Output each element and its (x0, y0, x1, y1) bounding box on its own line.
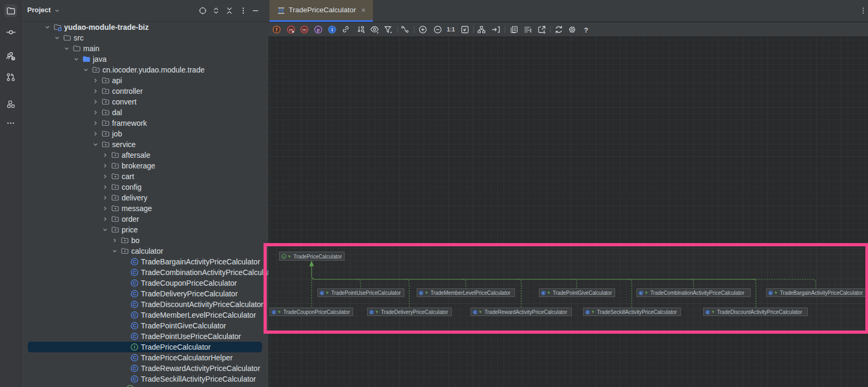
svg-text:C: C (133, 312, 137, 318)
svg-text:C: C (133, 280, 137, 286)
svg-text:?: ? (584, 26, 588, 34)
svg-text:C: C (133, 376, 137, 382)
svg-text:C: C (133, 270, 137, 275)
svg-text:C: C (133, 323, 137, 328)
svg-text:p: p (316, 27, 320, 32)
svg-text:I: I (134, 344, 136, 350)
svg-text:I: I (331, 27, 333, 32)
svg-text:m: m (302, 27, 306, 32)
svg-text:C: C (133, 259, 137, 264)
svg-text:C: C (133, 302, 137, 307)
svg-text:C: C (133, 334, 137, 339)
svg-text:C: C (133, 291, 137, 296)
svg-text:C: C (133, 366, 137, 371)
svg-text:C: C (133, 355, 137, 360)
svg-text:1:1: 1:1 (447, 26, 455, 33)
svg-text:?: ? (12, 57, 14, 60)
